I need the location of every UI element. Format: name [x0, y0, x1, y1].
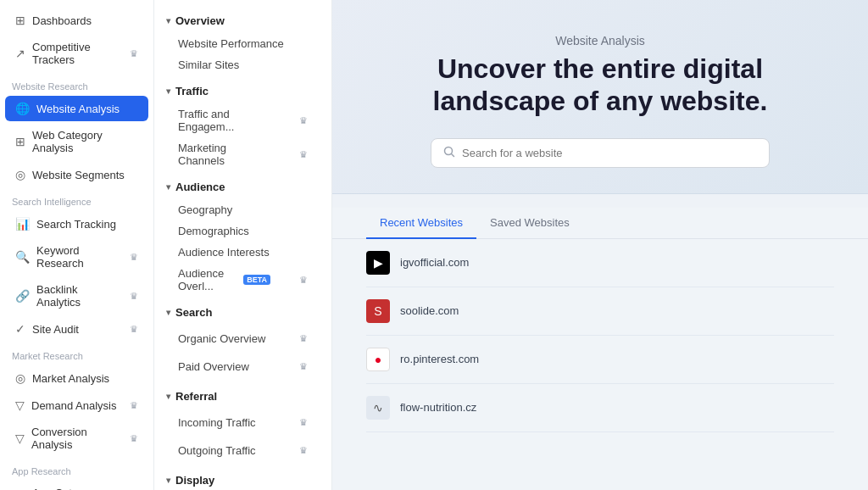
search-input[interactable] [462, 147, 757, 159]
crown-icon: ♛ [130, 252, 138, 263]
website-row[interactable]: ●ro.pinterest.com [366, 336, 834, 384]
tab-recent-websites[interactable]: Recent Websites [366, 208, 476, 239]
menu-item-demographics[interactable]: Demographics [154, 220, 331, 242]
crown-icon: ♛ [130, 324, 138, 335]
menu-section-audience: ▾AudienceGeographyDemographicsAudience I… [154, 175, 331, 297]
competitive-trackers-icon: ↗ [15, 47, 25, 60]
menu-item-geography[interactable]: Geography [154, 199, 331, 220]
sidebar-item-label: Conversion Analysis [31, 426, 123, 451]
menu-section-header-search[interactable]: ▾Search [154, 300, 331, 325]
beta-badge: BETA [243, 275, 270, 285]
chevron-icon: ▾ [166, 476, 170, 485]
sidebar-item-web-category-analysis[interactable]: ⊞ Web Category Analysis [5, 123, 148, 160]
menu-item-paid-overview[interactable]: Paid Overview♛ [154, 353, 331, 381]
sidebar-item-label: Backlink Analytics [36, 283, 123, 309]
menu-item-label: Geography [178, 203, 232, 216]
website-domain: ro.pinterest.com [400, 353, 479, 365]
sidebar-item-dashboards[interactable]: ⊞ Dashboards [5, 8, 148, 33]
sidebar-item-website-analysis[interactable]: 🌐 Website Analysis [5, 96, 148, 121]
sidebar-item-site-audit[interactable]: ✓ Site Audit ♛ [5, 316, 148, 342]
menu-section-header-overview[interactable]: ▾Overview [154, 8, 331, 33]
menu-item-traffic-engagement[interactable]: Traffic and Engagem...♛ [154, 103, 331, 137]
section-label: Overview [175, 14, 225, 27]
website-domain: soolide.com [400, 304, 459, 317]
chevron-icon: ▾ [166, 16, 170, 25]
crown-icon: ♛ [130, 433, 138, 444]
menu-item-audience-overlap[interactable]: Audience Overl...BETA♛ [154, 263, 331, 297]
crown-icon: ♛ [275, 441, 320, 460]
sidebar-item-backlink-analytics[interactable]: 🔗 Backlink Analytics ♛ [5, 277, 148, 315]
market-analysis-icon: ◎ [15, 371, 25, 385]
sidebar-item-label: Competitive Trackers [32, 41, 123, 66]
menu-item-audience-interests[interactable]: Audience Interests [154, 242, 331, 263]
section-label: Traffic [175, 85, 209, 97]
sidebar-item-demand-analysis[interactable]: ▽ Demand Analysis ♛ [5, 393, 148, 418]
crown-icon: ♛ [275, 357, 320, 376]
section-label-search-intelligence: Search Intelligence [0, 188, 153, 210]
menu-section-header-display[interactable]: ▾Display [154, 468, 331, 490]
conversion-analysis-icon: ▽ [15, 432, 25, 445]
website-analysis-icon: 🌐 [15, 102, 30, 115]
menu-section-header-referral[interactable]: ▾Referral [154, 384, 331, 409]
sidebar-item-label: Web Category Analysis [32, 129, 138, 154]
sidebar-item-search-tracking[interactable]: 📊 Search Tracking [5, 211, 148, 237]
sidebar-item-keyword-research[interactable]: 🔍 Keyword Research ♛ [5, 238, 148, 276]
crown-icon: ♛ [275, 270, 320, 290]
menu-section-header-audience[interactable]: ▾Audience [154, 175, 331, 199]
menu-section-referral: ▾ReferralIncoming Traffic♛Outgoing Traff… [154, 384, 331, 465]
dashboards-icon: ⊞ [15, 14, 25, 27]
menu-item-label: Marketing Channels [178, 142, 270, 167]
menu-item-website-performance[interactable]: Website Performance [154, 33, 331, 54]
svg-line-1 [452, 153, 454, 156]
chevron-icon: ▾ [166, 308, 170, 317]
menu-section-header-traffic[interactable]: ▾Traffic [154, 79, 331, 103]
sidebar-item-label: Website Analysis [36, 103, 120, 115]
keyword-research-icon: 🔍 [15, 250, 30, 264]
menu-item-incoming-traffic[interactable]: Incoming Traffic♛ [154, 409, 331, 437]
middle-panel: ▾OverviewWebsite PerformanceSimilar Site… [154, 0, 332, 490]
sidebar-item-label: Demand Analysis [31, 399, 116, 412]
search-bar[interactable] [431, 138, 770, 168]
website-favicon: S [366, 299, 390, 323]
site-audit-icon: ✓ [15, 322, 25, 336]
websites-list: ▶igvofficial.comSsoolide.com●ro.pinteres… [332, 239, 868, 490]
menu-section-traffic: ▾TrafficTraffic and Engagem...♛Marketing… [154, 79, 331, 171]
crown-icon: ♛ [275, 413, 320, 432]
section-label-market-research: Market Research [0, 342, 153, 365]
menu-item-similar-sites[interactable]: Similar Sites [154, 54, 331, 75]
section-label: Search [175, 306, 212, 319]
hero-title: Uncover the entire digital landscape of … [383, 53, 817, 118]
crown-icon: ♛ [130, 48, 138, 59]
sidebar-item-label: Market Analysis [32, 372, 109, 385]
website-domain: igvofficial.com [400, 256, 469, 269]
menu-item-label: Traffic and Engagem... [178, 108, 270, 133]
menu-section-display: ▾DisplayOverview♛Publishers♛ [154, 468, 331, 490]
chevron-icon: ▾ [166, 392, 170, 401]
menu-item-marketing-channels[interactable]: Marketing Channels♛ [154, 137, 331, 171]
backlink-icon: 🔗 [15, 289, 30, 303]
main-content: Website Analysis Uncover the entire digi… [332, 0, 868, 490]
menu-section-overview: ▾OverviewWebsite PerformanceSimilar Site… [154, 8, 331, 75]
tabs-section: Recent WebsitesSaved Websites [332, 208, 868, 239]
website-row[interactable]: ▶igvofficial.com [366, 239, 834, 287]
sidebar-item-website-segments[interactable]: ◎ Website Segments [5, 162, 148, 187]
sidebar-item-app-category-analysis[interactable]: ⊞ App Category Analysis [5, 481, 148, 490]
sidebar-item-market-analysis[interactable]: ◎ Market Analysis [5, 365, 148, 391]
website-row[interactable]: Ssoolide.com [366, 287, 834, 336]
menu-item-label: Audience Overl... [178, 267, 235, 292]
crown-icon: ♛ [275, 329, 320, 348]
menu-item-label: Paid Overview [178, 360, 249, 373]
website-row[interactable]: ∿flow-nutrition.cz [366, 384, 834, 432]
menu-item-outgoing-traffic[interactable]: Outgoing Traffic♛ [154, 437, 331, 465]
sidebar-item-conversion-analysis[interactable]: ▽ Conversion Analysis ♛ [5, 420, 148, 457]
sidebar-item-label: Search Tracking [36, 218, 116, 231]
menu-item-organic-overview[interactable]: Organic Overview♛ [154, 325, 331, 353]
menu-item-label: Incoming Traffic [178, 416, 256, 429]
chevron-icon: ▾ [166, 182, 170, 192]
menu-item-label: Audience Interests [178, 246, 270, 259]
hero-subtitle: Website Analysis [383, 34, 817, 47]
search-tracking-icon: 📊 [15, 217, 30, 231]
crown-icon: ♛ [275, 145, 320, 164]
sidebar-item-competitive-trackers[interactable]: ↗ Competitive Trackers ♛ [5, 35, 148, 72]
tab-saved-websites[interactable]: Saved Websites [476, 208, 583, 239]
